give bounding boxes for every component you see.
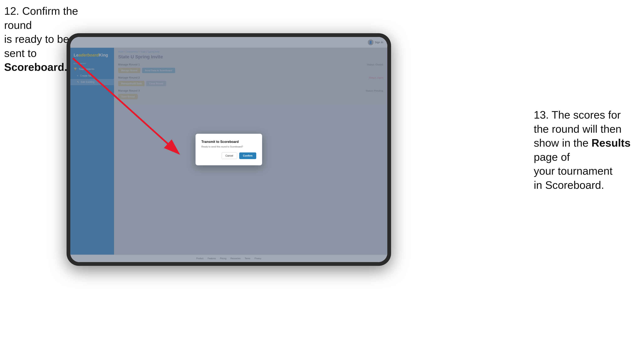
annotation-step13: 13. The scores for the round will then s…	[534, 108, 638, 192]
transmit-modal: Transmit to Scoreboard Ready to send thi…	[196, 134, 262, 165]
confirm-button[interactable]: Confirm	[239, 153, 256, 159]
modal-overlay: Transmit to Scoreboard Ready to send thi…	[70, 37, 387, 262]
tablet-frame: 👤 Sign In LeaderboardKing MAIN MENU 🏆	[66, 33, 391, 266]
app-container: 👤 Sign In LeaderboardKing MAIN MENU 🏆	[70, 37, 387, 262]
tablet-screen: 👤 Sign In LeaderboardKing MAIN MENU 🏆	[70, 37, 387, 262]
modal-title: Transmit to Scoreboard	[201, 140, 256, 144]
cancel-button[interactable]: Cancel	[222, 153, 237, 159]
modal-buttons: Cancel Confirm	[201, 153, 256, 159]
modal-subtitle: Ready to send this round to Scoreboard?	[201, 145, 256, 148]
